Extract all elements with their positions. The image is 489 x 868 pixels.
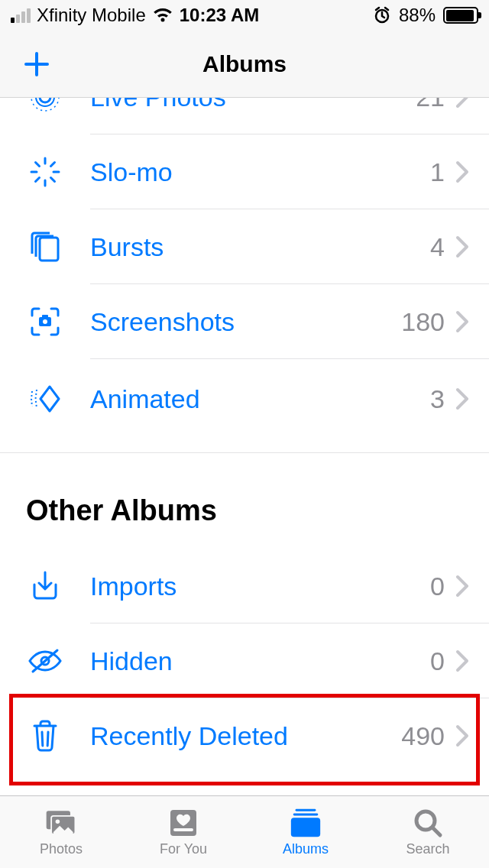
svg-line-9: [51, 178, 55, 182]
chevron-right-icon: [455, 160, 469, 183]
chevron-right-icon: [455, 575, 469, 598]
row-label: Imports: [90, 572, 430, 601]
row-label: Animated: [90, 384, 430, 414]
row-imports[interactable]: Imports 0: [0, 549, 489, 623]
row-count: 1: [430, 157, 445, 187]
svg-point-1: [40, 98, 50, 102]
row-label: Slo-mo: [90, 157, 430, 187]
wifi-icon: [152, 7, 173, 24]
chevron-right-icon: [455, 310, 469, 333]
row-count: 0: [430, 572, 445, 601]
chevron-right-icon: [455, 235, 469, 258]
battery-percent: 88%: [399, 5, 436, 26]
svg-line-18: [42, 732, 43, 746]
svg-line-19: [47, 732, 48, 746]
tab-label: For You: [160, 841, 207, 857]
import-icon: [26, 567, 64, 605]
status-time: 10:23 AM: [180, 5, 259, 26]
svg-line-29: [432, 828, 440, 835]
tab-search[interactable]: Search: [367, 796, 489, 868]
svg-rect-15: [42, 315, 48, 318]
row-label: Recently Deleted: [90, 721, 401, 751]
hidden-icon: [26, 642, 64, 680]
row-label: Screenshots: [90, 307, 401, 337]
svg-point-3: [31, 98, 59, 111]
tab-label: Search: [406, 841, 449, 857]
svg-rect-27: [291, 818, 320, 837]
screenshots-icon: [26, 303, 64, 341]
row-count: 0: [430, 646, 445, 676]
chevron-right-icon: [455, 724, 469, 747]
search-tab-icon: [410, 807, 445, 839]
svg-point-14: [43, 319, 47, 324]
carrier-label: Xfinity Mobile: [37, 5, 146, 26]
row-recently-deleted[interactable]: Recently Deleted 490: [0, 698, 489, 773]
trash-icon: [26, 717, 64, 755]
row-slomo[interactable]: Slo-mo 1: [0, 134, 489, 209]
svg-line-8: [36, 163, 40, 167]
battery-icon: [443, 7, 478, 24]
svg-rect-24: [173, 828, 193, 831]
chevron-right-icon: [455, 387, 469, 410]
cell-signal-icon: [11, 8, 31, 23]
row-label: Bursts: [90, 232, 430, 262]
row-hidden[interactable]: Hidden 0: [0, 623, 489, 698]
row-label: Hidden: [90, 646, 430, 676]
row-count: 490: [401, 721, 445, 751]
foryou-tab-icon: [166, 807, 201, 839]
tab-foryou[interactable]: For You: [122, 796, 244, 868]
svg-line-11: [51, 163, 55, 167]
photos-tab-icon: [44, 807, 79, 839]
tab-label: Albums: [283, 841, 329, 857]
nav-title: Albums: [202, 51, 287, 77]
slomo-icon: [26, 153, 64, 191]
row-count: 3: [430, 384, 445, 414]
row-live-photos[interactable]: Live Photos 21: [0, 98, 489, 134]
status-bar: Xfinity Mobile 10:23 AM 88%: [0, 0, 489, 31]
tab-photos[interactable]: Photos: [0, 796, 122, 868]
svg-line-10: [36, 178, 40, 182]
svg-point-22: [56, 819, 60, 824]
svg-rect-25: [296, 809, 316, 811]
animated-icon: [26, 380, 64, 418]
svg-rect-26: [293, 814, 319, 816]
chevron-right-icon: [455, 649, 469, 672]
row-animated[interactable]: Animated 3: [0, 359, 489, 439]
albums-tab-icon: [288, 807, 323, 839]
nav-bar: Albums: [0, 31, 489, 98]
tab-albums[interactable]: Albums: [244, 796, 367, 868]
row-count: 21: [416, 98, 445, 112]
alarm-icon: [373, 6, 391, 24]
live-photos-icon: [26, 98, 64, 116]
row-bursts[interactable]: Bursts 4: [0, 209, 489, 284]
tab-label: Photos: [40, 841, 83, 857]
bursts-icon: [26, 228, 64, 266]
row-count: 180: [401, 307, 445, 337]
svg-rect-12: [40, 238, 58, 261]
chevron-right-icon: [455, 98, 469, 108]
row-label: Live Photos: [90, 98, 416, 112]
row-count: 4: [430, 232, 445, 262]
tab-bar: Photos For You Albums: [0, 795, 489, 868]
section-header-other-albums: Other Albums: [0, 452, 489, 549]
add-button[interactable]: [21, 49, 52, 79]
row-screenshots[interactable]: Screenshots 180: [0, 284, 489, 359]
